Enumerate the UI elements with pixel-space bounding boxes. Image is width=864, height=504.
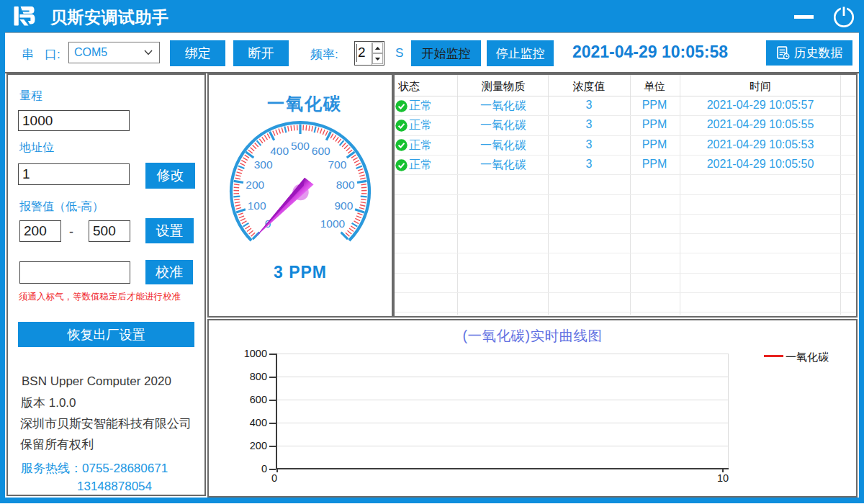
- svg-text:200: 200: [246, 179, 264, 191]
- svg-text:800: 800: [336, 179, 355, 191]
- svg-text:900: 900: [334, 199, 353, 212]
- svg-text:300: 300: [254, 158, 273, 171]
- svg-text:600: 600: [312, 145, 330, 157]
- svg-text:400: 400: [270, 145, 289, 157]
- svg-text:1000: 1000: [320, 217, 346, 230]
- svg-text:500: 500: [291, 140, 310, 152]
- svg-text:100: 100: [248, 199, 266, 212]
- svg-text:700: 700: [328, 158, 346, 171]
